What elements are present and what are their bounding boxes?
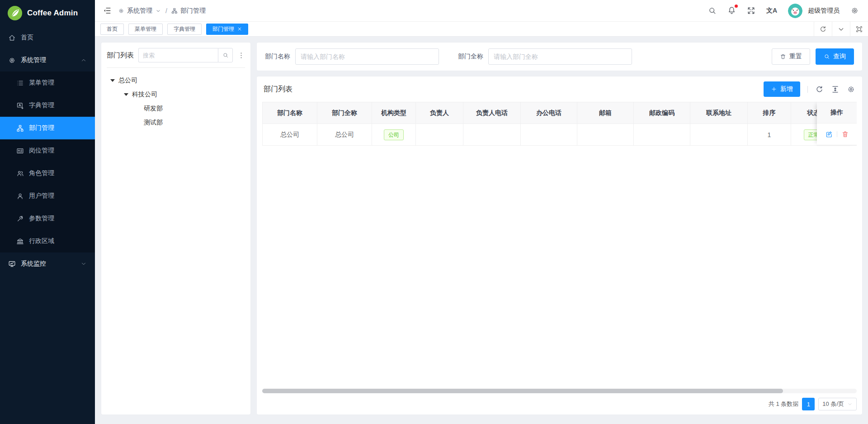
list-icon	[16, 79, 24, 87]
scrollbar-thumb[interactable]	[262, 389, 783, 393]
col-office-phone[interactable]: 办公电话	[521, 102, 577, 124]
col-org-type[interactable]: 机构类型	[372, 102, 416, 124]
col-leader-phone[interactable]: 负责人电话	[463, 102, 521, 124]
notification-bell[interactable]	[727, 6, 736, 16]
sidebar-item-menu-mgmt[interactable]: 菜单管理	[0, 71, 95, 94]
wrench-icon	[16, 215, 24, 223]
col-email[interactable]: 邮箱	[577, 102, 634, 124]
sidebar-item-role-mgmt[interactable]: 角色管理	[0, 162, 95, 185]
dept-name-input[interactable]	[295, 48, 439, 65]
filter-buttons: 重置 查询	[772, 48, 854, 65]
dictionary-icon	[16, 102, 24, 110]
sidebar-item-dept-mgmt[interactable]: 部门管理	[0, 117, 95, 139]
filter-dept-name: 部门名称	[265, 48, 439, 65]
column-settings-button[interactable]	[847, 85, 855, 94]
tab-dropdown-button[interactable]	[832, 22, 850, 36]
table-refresh-button[interactable]	[815, 85, 824, 94]
horizontal-scrollbar[interactable]	[262, 389, 857, 393]
username[interactable]: 超级管理员	[808, 7, 840, 15]
tab-home[interactable]: 首页	[100, 24, 124, 35]
fullscreen-icon[interactable]	[747, 6, 755, 15]
fixed-op-column: 操作	[817, 102, 857, 145]
search-icon[interactable]	[708, 6, 717, 15]
avatar[interactable]	[788, 4, 802, 18]
translate-icon[interactable]: 文A	[766, 7, 777, 15]
breadcrumb-separator: /	[165, 7, 167, 14]
col-leader[interactable]: 负责人	[416, 102, 463, 124]
cell-dept-name: 总公司	[263, 124, 317, 146]
button-label: 重置	[789, 52, 802, 61]
col-sort[interactable]: 排序	[748, 102, 791, 124]
breadcrumb: 系统管理 / 部门管理	[118, 7, 206, 15]
reset-button[interactable]: 重置	[772, 48, 810, 65]
button-label: 查询	[833, 52, 846, 61]
cell-org-type: 公司	[372, 124, 416, 146]
dept-fullname-input[interactable]	[488, 48, 632, 65]
sidebar-item-param-mgmt[interactable]: 参数管理	[0, 207, 95, 230]
col-postcode[interactable]: 邮政编码	[634, 102, 690, 124]
add-button[interactable]: 新增	[764, 81, 800, 97]
trash-icon	[841, 130, 849, 138]
caret-down-icon[interactable]	[110, 79, 115, 82]
breadcrumb-page[interactable]: 部门管理	[171, 7, 206, 15]
gear-icon[interactable]	[850, 6, 859, 15]
dept-tree-title: 部门列表	[107, 51, 134, 60]
sidebar-item-system-group[interactable]: 系统管理	[0, 49, 95, 71]
tab-maximize-button[interactable]	[850, 22, 868, 36]
tab-label: 字典管理	[174, 25, 195, 33]
leaf-logo-icon	[7, 5, 23, 21]
tree-search-input[interactable]	[138, 48, 218, 62]
col-address[interactable]: 联系地址	[690, 102, 748, 124]
tab-dict-mgmt[interactable]: 字典管理	[167, 24, 202, 35]
col-dept-name[interactable]: 部门名称	[263, 102, 317, 124]
col-dept-fullname[interactable]: 部门全称	[317, 102, 372, 124]
cell-leader	[416, 124, 463, 146]
edit-icon	[825, 130, 833, 138]
content: 部门列表 总公司	[95, 37, 868, 424]
sidebar-item-post-mgmt[interactable]: 岗位管理	[0, 139, 95, 162]
delete-button[interactable]	[841, 130, 849, 138]
filter-bar: 部门名称 部门全称 重置 查询	[257, 43, 862, 71]
sidebar-item-home[interactable]: 首页	[0, 26, 95, 49]
topbar-actions: 文A 超级管理员	[708, 4, 859, 18]
sidebar-item-label: 参数管理	[29, 214, 54, 223]
tree-search-button[interactable]	[218, 48, 233, 62]
right-column: 部门名称 部门全称 重置 查询	[257, 43, 862, 414]
tab-dept-mgmt[interactable]: 部门管理	[206, 24, 248, 35]
sidebar-item-dict-mgmt[interactable]: 字典管理	[0, 94, 95, 117]
table-row[interactable]: 总公司 总公司 公司 1 正	[263, 124, 857, 146]
sidebar-item-monitor-group[interactable]: 系统监控	[0, 252, 95, 275]
tree-node-rd-dept[interactable]: 研发部	[107, 101, 245, 115]
tab-refresh-button[interactable]	[814, 22, 832, 36]
topbar: 系统管理 / 部门管理 文A	[95, 0, 868, 22]
caret-down-icon[interactable]	[124, 93, 128, 96]
refresh-icon	[819, 25, 827, 33]
tree-node-tech-company[interactable]: 科技公司	[107, 87, 245, 101]
row-op-cell	[817, 124, 857, 145]
edit-button[interactable]	[825, 130, 833, 138]
dept-tree: 总公司 科技公司 研发部 测试部	[107, 68, 245, 129]
tree-node-test-dept[interactable]: 测试部	[107, 115, 245, 129]
tree-more-menu[interactable]	[237, 52, 245, 59]
dept-table: 部门名称 部门全称 机构类型 负责人 负责人电话 办公电话 邮箱 邮政编码 联系…	[262, 102, 857, 146]
tab-menu-mgmt[interactable]: 菜单管理	[128, 24, 163, 35]
tree-node-head-office[interactable]: 总公司	[107, 73, 245, 87]
breadcrumb-section[interactable]: 系统管理	[118, 7, 161, 15]
sidebar-item-user-mgmt[interactable]: 用户管理	[0, 185, 95, 207]
page-size-value: 10 条/页	[822, 400, 844, 408]
close-icon[interactable]	[237, 27, 242, 31]
sidebar-item-label: 用户管理	[29, 192, 54, 200]
plus-icon	[771, 86, 777, 92]
sidebar-item-region-mgmt[interactable]: 行政区域	[0, 230, 95, 252]
filter-label: 部门名称	[265, 52, 290, 61]
page-1-button[interactable]: 1	[802, 398, 815, 410]
search-button[interactable]: 查询	[816, 48, 854, 65]
col-op: 操作	[817, 102, 857, 124]
pagination-total: 共 1 条数据	[769, 400, 798, 408]
breadcrumb-page-label: 部门管理	[180, 7, 206, 15]
menu-fold-icon[interactable]	[103, 6, 112, 15]
page-size-select[interactable]: 10 条/页	[818, 398, 857, 410]
sidebar-item-label: 部门管理	[29, 124, 54, 132]
tab-label: 部门管理	[212, 25, 234, 33]
row-density-button[interactable]	[831, 85, 840, 94]
